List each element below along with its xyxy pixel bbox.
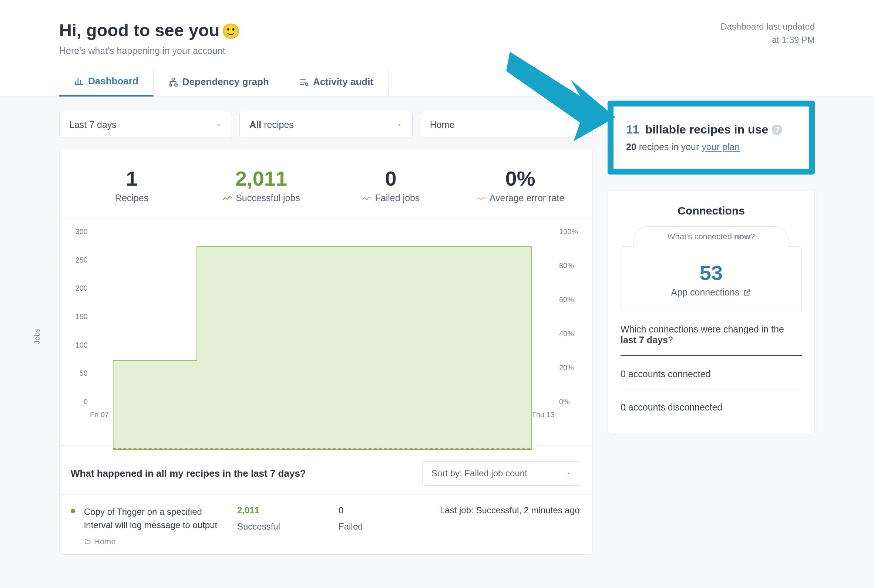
tab-activity-audit[interactable]: Activity audit (284, 67, 389, 96)
y-axis-right: 100% 80% 60% 40% 20% 0% (559, 236, 581, 406)
tab-dependency-graph[interactable]: Dependency graph (153, 67, 284, 96)
connections-title: Connections (620, 204, 802, 217)
graph-icon (168, 77, 178, 87)
app-connections-link[interactable]: App connections (671, 287, 751, 298)
chevron-down-icon (396, 122, 402, 128)
greeting-block: Hi, good to see you🙂 Here's what's happe… (59, 20, 240, 56)
greeting-subtitle: Here's what's happening in your account (59, 45, 240, 56)
help-icon[interactable]: ? (772, 124, 782, 135)
connections-card: Connections What's connected now? 53 App… (608, 190, 815, 433)
recipe-successful-count: 2,011 (237, 505, 330, 516)
status-dot (71, 509, 75, 513)
smile-emoji: 🙂 (222, 23, 240, 39)
sparkline-icon (476, 196, 487, 201)
connections-now-tab[interactable]: What's connected now? (634, 226, 789, 247)
connections-changed-question[interactable]: Which connections were changed in the la… (620, 311, 802, 356)
y-axis-left: 300 250 200 150 100 50 0 (68, 236, 88, 406)
recipes-select[interactable]: All recipes (239, 112, 412, 138)
recipe-folder: Home (84, 536, 228, 548)
recipe-activity-heading: What happened in all my recipes in the l… (71, 468, 306, 479)
stat-recipes: 1 Recipes (67, 166, 197, 204)
last-updated: Dashboard last updated at 1:39 PM (721, 20, 815, 46)
y-axis-left-label: Jobs (33, 328, 41, 344)
sparkline-flat-icon (362, 196, 372, 201)
audit-icon (299, 77, 309, 87)
page-header: Hi, good to see you🙂 Here's what's happe… (0, 0, 874, 67)
billable-card: 11billable recipes in use ? 20 recipes i… (614, 106, 809, 169)
external-link-icon (743, 288, 751, 297)
svg-rect-1 (169, 84, 172, 86)
recipe-failed-count: 0 (339, 505, 431, 516)
greeting-title: Hi, good to see you🙂 (59, 20, 240, 40)
folder-icon (84, 538, 92, 545)
stat-error-rate: 0% Average error rate (455, 166, 585, 204)
recipe-name: Copy of Trigger on a specified interval … (84, 505, 228, 532)
billable-highlight: 11billable recipes in use ? 20 recipes i… (608, 100, 815, 174)
filter-bar: Last 7 days All recipes Home (59, 112, 593, 138)
stat-successful-jobs: 2,011 Successful jobs (197, 166, 326, 204)
bar-chart-icon (74, 76, 84, 86)
sparkline-up-icon (222, 196, 233, 201)
chevron-down-icon (565, 470, 572, 477)
recipe-last-job: Last job: Successful, 2 minutes ago (440, 505, 580, 548)
accounts-connected[interactable]: 0 accounts connected (620, 356, 802, 389)
nav-tabs: Dashboard Dependency graph Activity audi… (0, 67, 874, 97)
sort-select[interactable]: Sort by: Failed job count (422, 461, 581, 486)
recipe-row[interactable]: Copy of Trigger on a specified interval … (60, 495, 592, 554)
app-connections-count: 53 (628, 261, 794, 285)
accounts-disconnected[interactable]: 0 accounts disconnected (620, 389, 802, 422)
svg-rect-2 (175, 84, 177, 86)
tab-dashboard[interactable]: Dashboard (59, 67, 153, 96)
svg-point-3 (305, 83, 308, 86)
svg-rect-0 (172, 78, 175, 80)
folder-select[interactable]: Home (420, 112, 593, 138)
period-select[interactable]: Last 7 days (59, 112, 232, 138)
chevron-down-icon (215, 122, 222, 128)
jobs-chart: Jobs Error rate 300 250 200 150 100 50 0 (60, 219, 592, 445)
stats-panel: 1 Recipes 2,011 Successful jobs 0 Failed… (59, 149, 593, 555)
chart-plot (90, 236, 555, 450)
chevron-down-icon (576, 122, 583, 128)
stat-failed-jobs: 0 Failed jobs (326, 166, 455, 204)
your-plan-link[interactable]: your plan (701, 142, 740, 152)
